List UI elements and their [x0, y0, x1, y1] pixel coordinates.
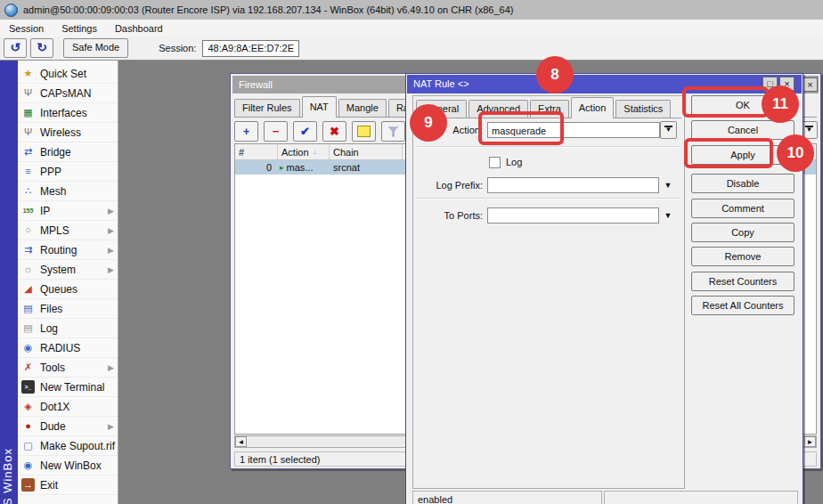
log-prefix-label: Log Prefix:	[417, 180, 487, 191]
cancel-button[interactable]: Cancel	[691, 120, 794, 140]
sidebar-item-label: New WinBox	[40, 459, 102, 472]
scroll-right-icon[interactable]: ►	[804, 436, 816, 447]
to-ports-input[interactable]	[487, 207, 659, 224]
sidebar-item-exit[interactable]: → Exit	[18, 476, 118, 495]
sidebar-item-interfaces[interactable]: ▦ Interfaces	[18, 103, 118, 123]
sidebar-item-radius[interactable]: ◉ RADIUS	[18, 338, 118, 358]
log-icon: ▤	[21, 321, 35, 335]
column-header-action[interactable]: Action▵	[278, 144, 330, 159]
sidebar-item-label: Quick Set	[40, 68, 86, 80]
log-label: Log	[506, 157, 522, 167]
sort-icon: ▵	[314, 148, 317, 156]
remove-button[interactable]: Remove	[691, 247, 794, 266]
winbox-globe-icon	[4, 4, 18, 17]
scroll-left-icon[interactable]: ◄	[235, 436, 247, 447]
sidebar-item-mpls[interactable]: ○ MPLS ▶	[18, 221, 118, 240]
menu-settings[interactable]: Settings	[53, 20, 106, 37]
remove-button[interactable]: −	[264, 121, 288, 142]
sidebar-item-dude[interactable]: ● Dude ▶	[18, 417, 118, 436]
sidebar-item-files[interactable]: ▤ Files	[18, 299, 118, 319]
annotation-highlight-apply	[684, 138, 773, 168]
sidebar-item-label: Exit	[40, 479, 58, 492]
sidebar-item-ip[interactable]: 155 IP ▶	[18, 201, 118, 221]
sidebar-item-label: Bridge	[40, 146, 71, 159]
disable-button[interactable]: ✖	[322, 121, 346, 142]
menu-session[interactable]: Session	[0, 20, 53, 37]
sidebar-item-dot1x[interactable]: ◈ Dot1X	[18, 397, 118, 417]
sidebar-item-new-winbox[interactable]: ◉ New WinBox	[18, 456, 118, 476]
sidebar-item-label: Log	[40, 322, 58, 335]
window-title: admin@50:00:00:09:00:03 (Router Encore I…	[23, 4, 513, 15]
sidebar-item-label: Mesh	[40, 185, 66, 198]
chevron-down-icon[interactable]: ▼	[659, 181, 677, 190]
annotation-highlight-action	[478, 111, 564, 145]
tab-action[interactable]: Action	[571, 97, 615, 118]
annotation-badge-9: 9	[410, 104, 447, 142]
status-extra-cell	[604, 491, 798, 504]
log-prefix-input[interactable]	[487, 177, 659, 193]
redo-icon[interactable]: ↻	[30, 38, 53, 58]
tab-nat[interactable]: NAT	[302, 96, 337, 118]
comment-button[interactable]: Comment	[691, 199, 794, 218]
undo-icon[interactable]: ↺	[4, 38, 27, 58]
sidebar-item-label: Interfaces	[40, 107, 87, 119]
sidebar-item-tools[interactable]: ✗ Tools ▶	[18, 358, 118, 378]
reset-counters-button[interactable]: Reset Counters	[691, 272, 794, 291]
sidebar-item-system[interactable]: ☼ System ▶	[18, 260, 118, 280]
to-ports-row: To Ports: ▼	[417, 207, 677, 224]
log-checkbox[interactable]	[489, 157, 501, 168]
annotation-badge-11: 11	[762, 85, 799, 123]
sidebar-item-queues[interactable]: ◢ Queues	[18, 280, 118, 299]
sidebar-item-new-terminal[interactable]: >_ New Terminal	[18, 378, 118, 397]
folder-icon: ▤	[21, 302, 35, 315]
wireless-icon: Ψ	[21, 126, 35, 139]
disable-button[interactable]: Disable	[691, 174, 794, 193]
sidebar-item-mesh[interactable]: ∴ Mesh	[18, 182, 118, 201]
enable-button[interactable]: ✔	[293, 121, 317, 142]
sidebar-item-bridge[interactable]: ⇄ Bridge	[18, 142, 118, 162]
add-button[interactable]: +	[234, 121, 258, 142]
row-chain-cell: srcnat	[330, 160, 403, 175]
comment-button[interactable]	[352, 121, 376, 142]
terminal-icon: >_	[21, 380, 35, 394]
sidebar-item-label: RADIUS	[40, 342, 80, 354]
column-header-num[interactable]: #	[235, 144, 278, 159]
masquerade-action-icon: ▸	[280, 163, 284, 172]
tab-mangle[interactable]: Mangle	[338, 99, 387, 117]
sidebar-item-label: Tools	[40, 362, 65, 374]
sidebar-item-ppp[interactable]: ≡ PPP	[18, 162, 118, 182]
sidebar-item-label: Dude	[40, 420, 66, 433]
chevron-down-icon[interactable]: ▼	[659, 211, 677, 220]
action-dropdown-icon[interactable]: ▼	[660, 121, 677, 139]
copy-button[interactable]: Copy	[691, 223, 794, 242]
radius-icon: ◉	[21, 341, 35, 354]
antenna-icon: Ψ	[21, 86, 35, 100]
rule-state-label: enabled	[412, 491, 602, 504]
tab-statistics[interactable]: Statistics	[615, 100, 671, 118]
window-titlebar: admin@50:00:00:09:00:03 (Router Encore I…	[0, 0, 823, 20]
safe-mode-button[interactable]: Safe Mode	[63, 38, 128, 58]
wand-icon: ★	[21, 67, 35, 80]
sidebar-item-log[interactable]: ▤ Log	[18, 319, 118, 338]
log-prefix-row: Log Prefix: ▼	[417, 176, 677, 194]
close-icon[interactable]: ×	[803, 77, 818, 92]
sidebar-item-make-supout-rif[interactable]: ▢ Make Supout.rif	[18, 436, 118, 456]
mesh-icon: ∴	[21, 184, 35, 198]
session-field[interactable]: 48:A9:8A:EE:D7:2E	[202, 40, 299, 57]
menu-dashboard[interactable]: Dashboard	[106, 20, 172, 37]
reset-all-counters-button[interactable]: Reset All Counters	[691, 296, 794, 315]
sidebar-item-routing[interactable]: ⇉ Routing ▶	[18, 240, 118, 260]
separator	[417, 198, 679, 199]
filter-button[interactable]	[381, 121, 405, 142]
submenu-arrow-icon: ▶	[108, 265, 114, 274]
sidebar-item-wireless[interactable]: Ψ Wireless	[18, 123, 118, 142]
tab-filter-rules[interactable]: Filter Rules	[234, 99, 300, 117]
row-action-cell: ▸mas...	[278, 160, 330, 175]
column-header-chain[interactable]: Chain	[330, 144, 403, 159]
sidebar-item-capsman[interactable]: Ψ CAPsMAN	[18, 84, 118, 103]
menu-bar: SessionSettingsDashboard	[0, 20, 823, 37]
sidebar-item-label: PPP	[40, 166, 61, 178]
sidebar-item-label: CAPsMAN	[40, 87, 91, 100]
winbox-globe-icon: ◉	[21, 459, 35, 472]
sidebar-item-quick-set[interactable]: ★ Quick Set	[18, 64, 118, 84]
